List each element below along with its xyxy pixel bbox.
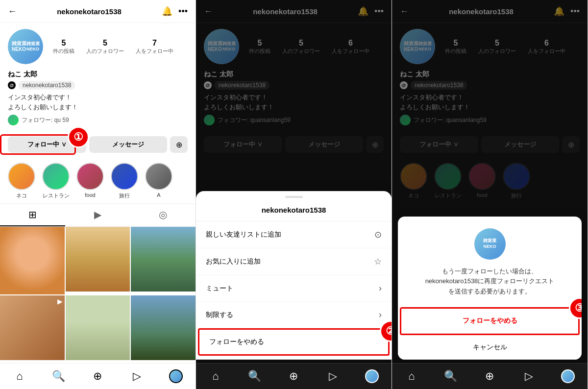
tab-row-panel1: ⊞ ▶ ◎ (0, 203, 196, 227)
nav-profile-panel2[interactable] (362, 368, 382, 384)
nav-left-panel1: ← (8, 6, 17, 17)
menu-item-friends[interactable]: 親しい友達リストに追加 ⊙ (196, 221, 392, 248)
bio-line1-panel1: インスタ初心者です！ (8, 94, 72, 101)
plus-icon: ⊕ (93, 370, 102, 383)
action-buttons-panel1: フォロー中 ∨ メッセージ ⊕ ① (0, 136, 196, 159)
confirm-unfollow-wrap: フォローをやめる ③ (398, 307, 582, 335)
stat-following-panel1: 7 人をフォロー中 (136, 39, 173, 55)
tab-grid-panel1[interactable]: ⊞ (0, 204, 65, 226)
nav-right-panel1: 🔔 ••• (162, 6, 188, 17)
nav-search-panel3[interactable]: 🔍 (441, 368, 461, 384)
menu-item-mute-label: ミュート (206, 284, 233, 293)
tab-reels-panel1[interactable]: ▶ (65, 204, 130, 226)
panel-1-main: ← nekonekotaro1538 🔔 ••• 雑貨屋NEKO 5 件の投稿 … (0, 0, 196, 389)
reels-icon: ▶ (94, 209, 101, 220)
home-icon: ⌂ (16, 370, 23, 383)
reels-icon-p2: ▷ (329, 370, 337, 383)
threads-icon-panel1: @ (8, 81, 16, 89)
story-restaurant-panel1[interactable]: レストラン (42, 163, 70, 199)
bottom-nav-panel1: ⌂ 🔍 ⊕ ▷ (0, 363, 196, 389)
menu-item-restrict-label: 制限する (206, 311, 233, 319)
stat-num-posts: 5 (62, 39, 66, 48)
profile-handle-panel1: nekonekotaro1538 (19, 81, 75, 90)
bottom-nav-panel3: ⌂ 🔍 ⊕ ▷ (392, 363, 588, 389)
confirm-cancel-button[interactable]: キャンセル (398, 335, 582, 360)
tagged-icon: ◎ (159, 209, 167, 220)
stat-label-followers: 人のフォロワー (86, 48, 124, 55)
confirm-text-line2: nekonekotaro1538に再度フォローリクエスト (425, 277, 555, 285)
nav-plus-panel2[interactable]: ⊕ (284, 368, 303, 384)
menu-item-unfollow[interactable]: フォローをやめる (198, 328, 390, 356)
story-travel-panel1[interactable]: 旅行 (111, 163, 138, 199)
username-panel1: nekonekotaro1538 (57, 7, 122, 16)
menu-item-mute[interactable]: ミュート › (196, 275, 392, 302)
confirm-text-line1: もう一度フォローしたい場合は、 (442, 267, 538, 275)
confirm-unfollow-button[interactable]: フォローをやめる (401, 309, 578, 334)
bottom-nav-panel2: ⌂ 🔍 ⊕ ▷ (196, 363, 392, 389)
confirm-dialog: 雑貨屋NEKO もう一度フォローしたい場合は、 nekonekotaro1538… (398, 217, 582, 360)
story-label-extra: A (157, 192, 160, 198)
menu-icon-favorite: ☆ (374, 256, 382, 267)
story-circle-extra (145, 163, 172, 190)
nav-plus-panel3[interactable]: ⊕ (480, 368, 499, 384)
stat-num-followers: 5 (103, 39, 107, 48)
back-icon-panel1[interactable]: ← (8, 6, 17, 17)
avatar-panel1[interactable]: 雑貨屋NEKO (8, 29, 43, 64)
menu-item-friends-label: 親しい友達リストに追加 (206, 230, 281, 239)
handle-row-panel1: @ nekonekotaro1538 (8, 81, 188, 90)
stat-label-following: 人をフォロー中 (136, 48, 173, 55)
nav-home-panel3[interactable]: ⌂ (402, 368, 421, 384)
nav-home-panel2[interactable]: ⌂ (206, 368, 225, 384)
menu-item-favorite-label: お気に入りに追加 (206, 257, 261, 266)
story-label-food: food (85, 192, 95, 198)
photo-cell-4[interactable]: ▶ (0, 295, 65, 360)
menu-item-unfollow-wrap: フォローをやめる ② (196, 328, 392, 356)
more-icon-panel1[interactable]: ••• (178, 6, 188, 17)
photo-cell-5[interactable] (66, 295, 130, 360)
photo-cell-1[interactable] (0, 227, 65, 294)
nav-reels-panel1[interactable]: ▷ (127, 368, 147, 384)
story-circle-neko (8, 163, 35, 190)
avatar-img-panel1: 雑貨屋NEKO (8, 29, 43, 64)
menu-item-unfollow-label: フォローをやめる (209, 338, 264, 346)
search-icon-p2: 🔍 (248, 370, 261, 383)
nav-profile-panel1[interactable] (166, 368, 186, 384)
profile-top-panel1: 雑貨屋NEKO 5 件の投稿 5 人のフォロワー 7 人をフォロー中 (8, 29, 188, 64)
confirm-text-line3: を送信する必要があります。 (448, 288, 531, 295)
follower-text-panel1: フォロワー: qu 59 (22, 116, 69, 124)
photo-cell-3[interactable] (131, 227, 196, 292)
profile-bio-panel1: インスタ初心者です！ よろしくお願いします！ (8, 93, 188, 112)
story-neko-panel1[interactable]: ネコ (8, 163, 35, 199)
stat-followers-panel1: 5 人のフォロワー (86, 39, 124, 55)
nav-reels-panel2[interactable]: ▷ (323, 368, 343, 384)
menu-handle (285, 196, 303, 198)
add-icon-panel1: ⊕ (176, 140, 182, 149)
nav-reels-panel3[interactable]: ▷ (519, 368, 539, 384)
photo-grid-panel1: ▶ (0, 227, 196, 363)
nav-plus-panel1[interactable]: ⊕ (88, 368, 107, 384)
tab-tagged-panel1[interactable]: ◎ (130, 204, 196, 226)
bell-icon-panel1[interactable]: 🔔 (162, 6, 172, 17)
reel-icon-cell4: ▶ (57, 297, 63, 305)
story-food-panel1[interactable]: food (76, 163, 104, 199)
nav-search-panel2[interactable]: 🔍 (245, 368, 265, 384)
nav-search-panel1[interactable]: 🔍 (49, 368, 69, 384)
menu-item-restrict[interactable]: 制限する › (196, 302, 392, 328)
panel-2-menu: ← nekonekotaro1538 🔔 ••• 雑貨屋NEKO 5 件の投稿 … (196, 0, 392, 389)
add-button-panel1[interactable]: ⊕ (170, 136, 188, 153)
confirm-action-box: フォローをやめる (400, 307, 580, 335)
menu-icon-mute: › (379, 283, 382, 293)
stats-row-panel1: 5 件の投稿 5 人のフォロワー 7 人をフォロー中 (53, 39, 188, 55)
story-extra-panel1[interactable]: A (145, 163, 172, 199)
story-label-neko: ネコ (16, 192, 27, 199)
photo-cell-2[interactable] (66, 227, 130, 292)
nav-home-panel1[interactable]: ⌂ (10, 368, 29, 384)
photo-cell-6[interactable] (131, 295, 196, 360)
menu-icon-restrict: › (379, 310, 382, 320)
message-button-panel1[interactable]: メッセージ (89, 136, 168, 153)
follower-avatar-panel1 (8, 115, 19, 125)
nav-profile-panel3[interactable] (558, 368, 578, 384)
stories-panel1: ネコ レストラン food 旅行 A (0, 159, 196, 203)
menu-item-favorite[interactable]: お気に入りに追加 ☆ (196, 248, 392, 275)
story-label-travel: 旅行 (119, 192, 130, 199)
